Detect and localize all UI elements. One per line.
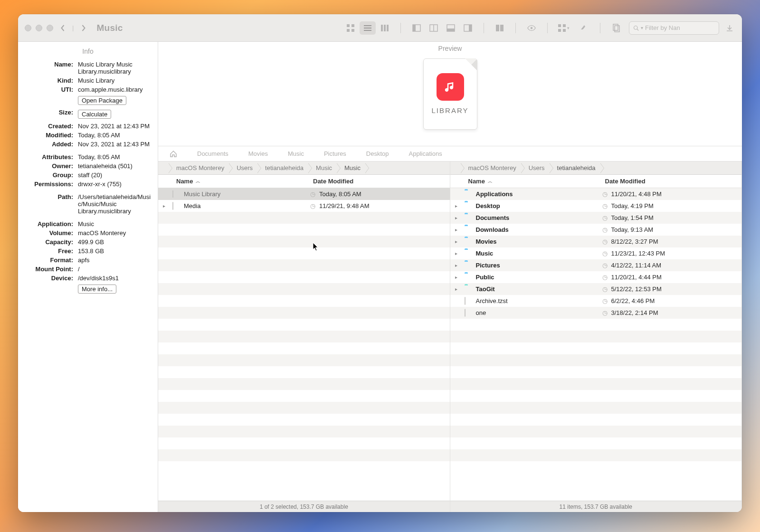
crumb-root[interactable] [453, 163, 461, 173]
panel-bottom-icon[interactable] [443, 21, 459, 35]
table-row[interactable]: ▸Applications◷11/20/21, 4:48 PM [450, 188, 742, 200]
quicklook-icon[interactable] [523, 21, 540, 35]
breadcrumb-item[interactable]: tetianaleheida [257, 163, 308, 173]
table-row[interactable] [158, 366, 450, 378]
col-name[interactable]: Name [468, 178, 485, 185]
col-name[interactable]: Name [176, 178, 193, 185]
table-row[interactable] [158, 224, 450, 236]
table-row[interactable] [158, 236, 450, 247]
table-row[interactable]: ▸Downloads◷Today, 9:13 AM [450, 224, 742, 236]
panel-left-icon[interactable] [408, 21, 425, 35]
table-row[interactable]: ▸Desktop◷Today, 4:19 PM [450, 200, 742, 212]
table-row[interactable] [450, 390, 742, 402]
table-row[interactable] [158, 437, 450, 449]
open-package-button[interactable]: Open Package [78, 96, 126, 105]
table-row[interactable]: ▸Movies◷8/12/22, 3:27 PM [450, 236, 742, 247]
file-list-left[interactable]: ▸Music Library◷Today, 8:05 AM▸Media◷11/2… [158, 188, 450, 501]
table-row[interactable] [450, 331, 742, 342]
breadcrumb-item[interactable]: Users [521, 163, 550, 173]
table-row[interactable]: ▸Documents◷Today, 1:54 PM [450, 212, 742, 224]
table-row[interactable]: ▸Music Library◷Today, 8:05 AM [158, 188, 450, 200]
nav-forward[interactable] [78, 22, 88, 34]
table-row[interactable]: ▸TaoGit◷5/12/22, 12:53 PM [450, 283, 742, 295]
table-row[interactable] [158, 378, 450, 390]
table-row[interactable] [158, 426, 450, 437]
table-row[interactable] [158, 342, 450, 354]
col-date[interactable]: Date Modified [313, 178, 353, 185]
table-row[interactable] [158, 307, 450, 319]
table-row[interactable] [158, 390, 450, 402]
table-row[interactable] [450, 342, 742, 354]
disclosure-icon[interactable]: ▸ [455, 263, 461, 268]
table-row[interactable] [158, 449, 450, 461]
disclosure-icon[interactable]: ▸ [455, 203, 461, 209]
arrange-icon[interactable]: ▾ [555, 21, 571, 35]
search-field[interactable]: ▾ [629, 21, 719, 35]
path-bar-right[interactable]: macOS MontereyUserstetianaleheida [450, 162, 742, 175]
view-icon-list[interactable] [360, 21, 376, 35]
table-row[interactable] [450, 366, 742, 378]
table-row[interactable] [158, 461, 450, 473]
table-row[interactable] [450, 378, 742, 390]
table-row[interactable]: ▸one◷3/18/22, 2:14 PM [450, 307, 742, 319]
copy-icon[interactable] [608, 21, 624, 35]
panel-split-icon[interactable] [426, 21, 442, 35]
fav-tab[interactable]: Documents [197, 150, 228, 157]
table-row[interactable]: ▸Pictures◷4/12/22, 11:14 AM [450, 259, 742, 271]
download-icon[interactable] [724, 21, 735, 35]
breadcrumb-item[interactable]: macOS Monterey [461, 163, 521, 173]
disclosure-icon[interactable]: ▸ [455, 251, 461, 256]
table-row[interactable] [450, 461, 742, 473]
table-row[interactable] [158, 331, 450, 342]
table-row[interactable]: ▸Archive.tzst◷6/2/22, 4:46 PM [450, 295, 742, 307]
table-row[interactable] [450, 449, 742, 461]
more-info-button[interactable]: More info... [78, 285, 116, 294]
fav-tab[interactable]: Movies [248, 150, 268, 157]
table-row[interactable] [158, 402, 450, 414]
table-row[interactable] [450, 319, 742, 331]
breadcrumb-item[interactable]: Music [308, 163, 337, 173]
breadcrumb-item[interactable]: Users [229, 163, 257, 173]
disclosure-icon[interactable]: ▸ [455, 286, 461, 292]
col-date[interactable]: Date Modified [605, 178, 646, 185]
table-row[interactable] [158, 283, 450, 295]
close-window[interactable] [25, 25, 31, 31]
nav-back[interactable] [58, 22, 67, 34]
fav-tab[interactable]: Music [288, 150, 304, 157]
table-row[interactable]: ▸Public◷11/20/21, 4:44 PM [450, 271, 742, 283]
table-row[interactable]: ▸Media◷11/29/21, 9:48 AM [158, 200, 450, 212]
table-row[interactable]: ▸Music◷11/23/21, 12:43 PM [450, 247, 742, 259]
table-row[interactable] [158, 354, 450, 366]
dual-pane-icon[interactable] [492, 21, 508, 35]
disclosure-icon[interactable]: ▸ [455, 275, 461, 280]
zoom-window[interactable] [47, 25, 53, 31]
disclosure-icon[interactable]: ▸ [455, 239, 461, 244]
table-row[interactable] [450, 437, 742, 449]
view-icon-columns[interactable] [377, 21, 393, 35]
table-row[interactable] [158, 319, 450, 331]
table-row[interactable] [450, 402, 742, 414]
table-row[interactable] [158, 414, 450, 426]
table-row[interactable] [450, 414, 742, 426]
table-row[interactable] [158, 271, 450, 283]
fav-tab[interactable]: Pictures [324, 150, 346, 157]
disclosure-icon[interactable]: ▸ [455, 215, 461, 220]
view-icon-grid[interactable] [342, 21, 359, 35]
table-row[interactable] [158, 259, 450, 271]
fav-tab[interactable]: Applications [409, 150, 442, 157]
panel-right-icon[interactable] [460, 21, 476, 35]
table-row[interactable] [158, 295, 450, 307]
file-list-right[interactable]: ▸Applications◷11/20/21, 4:48 PM▸Desktop◷… [450, 188, 742, 501]
minimize-window[interactable] [36, 25, 42, 31]
breadcrumb-item[interactable]: Music [337, 163, 365, 173]
calculate-button[interactable]: Calculate [78, 110, 111, 119]
actions-icon[interactable] [576, 21, 592, 35]
path-bar-left[interactable]: macOS MontereyUserstetianaleheidaMusicMu… [158, 162, 450, 175]
disclosure-icon[interactable]: ▸ [163, 203, 169, 209]
breadcrumb-item[interactable]: tetianaleheida [550, 163, 600, 173]
table-row[interactable] [450, 426, 742, 437]
fav-tab[interactable]: Desktop [366, 150, 389, 157]
crumb-root[interactable] [161, 163, 169, 173]
table-row[interactable] [158, 212, 450, 224]
breadcrumb-item[interactable]: macOS Monterey [169, 163, 229, 173]
